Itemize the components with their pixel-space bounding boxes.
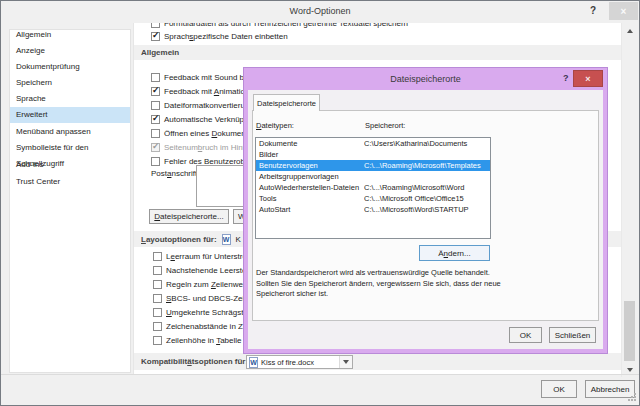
dialog-ok-button[interactable]: OK — [509, 327, 542, 343]
dialog-help-icon[interactable]: ? — [563, 73, 569, 83]
list-item-benutzervorlagen[interactable]: Benutzervorlagen C:\...\Roaming\Microsof… — [256, 160, 490, 171]
list-item-autostart[interactable]: AutoStart C:\...\Microsoft\Word\STARTUP — [256, 204, 490, 215]
checkbox-icon — [151, 101, 160, 110]
file-path: C:\...\Roaming\Microsoft\Word — [364, 182, 490, 193]
checkbox-row-zeilenwechsel[interactable]: Regeln zum Zeilenwechs — [153, 278, 255, 290]
file-type: AutoStart — [256, 204, 364, 215]
file-type: AutoWiederherstellen-Dateien — [256, 182, 364, 193]
file-path: C:\Users\Katharina\Documents — [364, 138, 490, 149]
column-label-speicherort: Speicherort: — [365, 121, 405, 130]
window-title: Word-Optionen — [1, 6, 639, 16]
list-item-dokumente[interactable]: Dokumente C:\Users\Katharina\Documents — [256, 138, 490, 149]
checkbox-icon — [153, 266, 162, 275]
dialog-schliessen-button[interactable]: Schließen — [549, 327, 596, 343]
vertical-scrollbar[interactable] — [621, 23, 637, 377]
checkbox-icon — [151, 87, 160, 96]
checkbox-icon — [151, 23, 160, 28]
checkbox-row-open-document[interactable]: Öffnen eines Dokument — [151, 127, 248, 139]
column-label-dateitypen: Dateitypen: — [256, 121, 294, 130]
dropdown-value: Kiss of fire.docx — [261, 358, 336, 367]
sidebar-item-menueband[interactable]: Menüband anpassen — [10, 124, 130, 140]
file-locations-list[interactable]: Dokumente C:\Users\Katharina\Documents B… — [255, 137, 491, 239]
checkbox-label: Feedback mit Animation — [164, 87, 249, 96]
list-item-tools[interactable]: Tools C:\...\Microsoft Office\Office15 — [256, 193, 490, 204]
checkbox-row-zeilenhoehe[interactable]: Zeilenhöhe in Tabelle an — [153, 334, 253, 346]
section-general: Allgemein — [134, 45, 621, 60]
layout-doc-label: K — [236, 235, 241, 244]
file-path: C:\...\Roaming\Microsoft\Templates — [364, 160, 490, 171]
dialog-close-button[interactable]: × — [573, 70, 603, 87]
file-type: Dokumente — [256, 138, 364, 149]
checkbox-label: Seitenumbruch im Hinte — [164, 143, 249, 152]
checkbox-label: Nachstehende Leerstelle — [166, 266, 255, 275]
info-line: Sollten Sie den Speicherort ändern, verg… — [256, 279, 501, 290]
sidebar-item-speichern[interactable]: Speichern — [10, 75, 130, 91]
section-compatibility: Kompatibilitätsoptionen für: W Kiss of f… — [134, 353, 621, 370]
word-doc-icon: W — [222, 234, 231, 245]
close-icon: × — [585, 74, 590, 84]
scrollbar-thumb[interactable] — [624, 301, 635, 361]
file-path — [364, 171, 490, 182]
file-type: Bilder — [256, 149, 364, 160]
checkbox-row-sbcs-dbcs[interactable]: SBCS- und DBCS-Zeiche — [153, 292, 257, 304]
checkbox-icon — [151, 73, 160, 82]
chevron-down-icon[interactable] — [339, 356, 352, 368]
sidebar-item-allgemein[interactable]: Allgemein — [10, 27, 130, 43]
checkbox-label: Umgekehrte Schrägstric — [166, 308, 252, 317]
checkbox-row-zeichenabstaende[interactable]: Zeichenabstände in Zeil — [153, 320, 251, 332]
file-locations-button[interactable]: Dateispeicherorte... — [149, 209, 229, 224]
dialog-body: Dateispeicherorte Dateitypen: Speicheror… — [248, 90, 603, 349]
list-item-arbeitsgruppenvorlagen[interactable]: Arbeitsgruppenvorlagen — [256, 171, 490, 182]
checkbox-row-format-conversion[interactable]: Dateiformatkonvertierun — [151, 99, 249, 111]
modify-button[interactable]: Ändern... — [419, 245, 490, 261]
sidebar-item-add-ins[interactable]: Add-Ins — [10, 157, 130, 173]
checkbox-row-feedback-animation[interactable]: Feedback mit Animation — [151, 85, 249, 97]
word-doc-icon: W — [249, 357, 258, 368]
checkbox-icon — [151, 157, 160, 166]
checkbox-icon — [151, 129, 160, 138]
file-type: Arbeitsgruppenvorlagen — [256, 171, 364, 182]
window-help-icon[interactable]: ? — [590, 5, 596, 16]
compatibility-doc-dropdown[interactable]: W Kiss of fire.docx — [246, 355, 353, 369]
checkbox-icon — [153, 322, 162, 331]
list-item-autowiederherstellen[interactable]: AutoWiederherstellen-Dateien C:\...\Roam… — [256, 182, 490, 193]
section-heading: Allgemein — [134, 48, 179, 57]
checkbox-label: Öffnen eines Dokument — [164, 129, 248, 138]
checkbox-icon — [151, 143, 160, 152]
dialog-title: Dateispeicherorte — [244, 74, 607, 84]
sidebar-item-trust-center[interactable]: Trust Center — [10, 174, 130, 190]
checkbox-row-leerstellen[interactable]: Nachstehende Leerstelle — [153, 264, 255, 276]
file-path: C:\...\Microsoft\Word\STARTUP — [364, 204, 490, 215]
section-heading: Layoutoptionen für: — [134, 235, 217, 244]
checkbox-icon — [153, 252, 162, 261]
list-item-bilder[interactable]: Bilder — [256, 149, 490, 160]
checkbox-icon — [153, 280, 162, 289]
file-type: Benutzervorlagen — [256, 160, 364, 171]
checkbox-label: Zeichenabstände in Zeil — [166, 322, 251, 331]
sidebar-item-dokumentpruefung[interactable]: Dokumentprüfung — [10, 59, 130, 75]
file-type: Tools — [256, 193, 364, 204]
checkbox-row-page-break: Seitenumbruch im Hinte — [151, 141, 249, 153]
sidebar-item-anzeige[interactable]: Anzeige — [10, 43, 130, 59]
checkbox-row-leerraum[interactable]: Leerraum für Unterstreic — [153, 250, 253, 262]
tab-dateispeicherorte[interactable]: Dateispeicherorte — [253, 94, 320, 111]
sidebar-item-sprache[interactable]: Sprache — [10, 91, 130, 107]
checkbox-icon — [153, 336, 162, 345]
window-close-button[interactable]: × — [609, 2, 638, 20]
file-path — [364, 149, 490, 160]
file-path: C:\...\Microsoft Office\Office15 — [364, 193, 490, 204]
checkbox-icon — [153, 308, 162, 317]
checkbox-row-clipped[interactable]: Formulardaten als durch Trennzeichen get… — [151, 23, 408, 29]
sidebar-item-symbolleiste[interactable]: Symbolleiste für den Schnellzugriff — [10, 140, 130, 156]
options-sidebar: Allgemein Anzeige Dokumentprüfung Speich… — [9, 29, 131, 373]
checkbox-row-auto-links[interactable]: Automatische Verknüpf — [151, 113, 246, 125]
ok-button[interactable]: OK — [541, 380, 577, 398]
checkbox-label: Automatische Verknüpf — [164, 115, 246, 124]
checkbox-row-embed-language[interactable]: Sprachspezifische Daten einbetten — [151, 30, 288, 42]
checkbox-row-schraegstrich[interactable]: Umgekehrte Schrägstric — [153, 306, 252, 318]
scroll-up-icon[interactable] — [622, 23, 638, 38]
close-icon: × — [621, 6, 627, 17]
checkbox-label: Regeln zum Zeilenwechs — [166, 280, 255, 289]
sidebar-item-erweitert[interactable]: Erweitert — [10, 107, 130, 123]
resize-grip[interactable] — [627, 393, 636, 402]
